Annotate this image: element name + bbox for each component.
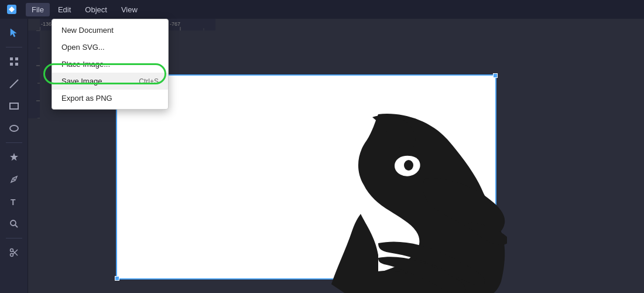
left-toolbar: T	[0, 19, 28, 293]
svg-rect-60	[15, 63, 18, 66]
vertical-ruler	[28, 30, 40, 118]
menu-view[interactable]: View	[115, 3, 143, 16]
handle-bl[interactable]	[115, 276, 119, 281]
pen-tool[interactable]	[5, 170, 23, 189]
document-canvas[interactable]	[116, 74, 496, 280]
zoom-tool[interactable]	[5, 214, 23, 233]
svg-text:T: T	[11, 197, 16, 207]
menu-item-new-document[interactable]: New Document	[52, 22, 168, 39]
scissors-tool[interactable]	[5, 243, 23, 262]
toolbar-sep-1	[6, 47, 22, 47]
svg-line-68	[15, 225, 18, 227]
toolbar-sep-2	[6, 142, 22, 143]
app-logo	[5, 2, 19, 16]
star-tool[interactable]	[5, 148, 23, 166]
text-tool[interactable]: T	[5, 192, 23, 211]
menu-item-open-svg[interactable]: Open SVG...	[52, 39, 168, 56]
svg-rect-57	[10, 57, 13, 60]
select-tool[interactable]	[5, 23, 23, 42]
toolbar-sep-3	[6, 238, 22, 239]
handle-tr[interactable]	[493, 73, 498, 78]
menubar: File Edit Object View	[0, 0, 644, 19]
svg-rect-62	[10, 103, 18, 109]
file-dropdown-menu: New Document Open SVG... Place Image... …	[52, 19, 169, 110]
svg-rect-59	[10, 63, 13, 66]
menu-item-export-png[interactable]: Export as PNG	[52, 90, 168, 107]
rect-tool[interactable]	[5, 97, 23, 115]
ellipse-tool[interactable]	[5, 119, 23, 138]
svg-point-73	[404, 160, 413, 171]
node-tool[interactable]	[5, 52, 23, 71]
menu-file[interactable]: File	[26, 3, 50, 16]
menu-item-place-image[interactable]: Place Image...	[52, 56, 168, 73]
svg-rect-58	[15, 57, 18, 60]
svg-line-61	[10, 80, 18, 88]
svg-point-65	[13, 179, 15, 180]
menu-object[interactable]: Object	[79, 3, 113, 16]
svg-point-67	[11, 220, 16, 226]
svg-text:-767: -767	[170, 21, 180, 27]
menu-item-save-image[interactable]: Save Image... Ctrl+S	[52, 73, 168, 90]
svg-marker-64	[10, 153, 18, 161]
menu-edit[interactable]: Edit	[52, 3, 77, 16]
eagle-illustration	[261, 108, 507, 293]
svg-point-63	[10, 125, 18, 131]
svg-rect-41	[28, 30, 40, 118]
line-tool[interactable]	[5, 74, 23, 93]
